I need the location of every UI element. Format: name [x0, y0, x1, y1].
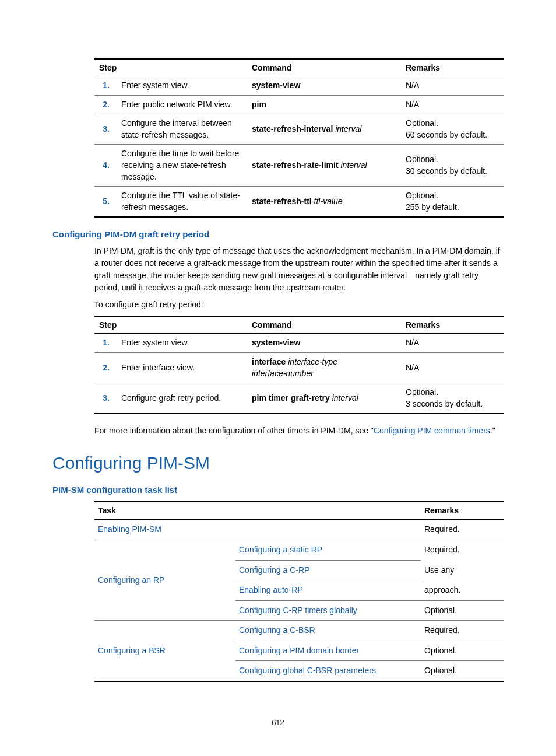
state-refresh-table: Step Command Remarks 1. Enter system vie… [94, 58, 504, 218]
configuring-c-rp-link[interactable]: Configuring a C-RP [239, 565, 309, 575]
table-row: 3. Configure the interval between state-… [94, 114, 504, 145]
table-row: 4. Configure the time to wait before rec… [94, 145, 504, 187]
configuring-global-c-bsr-link[interactable]: Configuring global C-BSR parameters [239, 666, 376, 675]
enabling-auto-rp-link[interactable]: Enabling auto-RP [239, 585, 303, 594]
common-timers-link[interactable]: Configuring PIM common timers [374, 426, 490, 435]
page-number: 612 [0, 718, 556, 727]
table-row: 5. Configure the TTL value of state-refr… [94, 187, 504, 218]
configuring-pim-domain-border-link[interactable]: Configuring a PIM domain border [239, 646, 359, 655]
enabling-pim-sm-link[interactable]: Enabling PIM-SM [98, 524, 161, 534]
configuring-c-rp-timers-link[interactable]: Configuring C-RP timers globally [239, 606, 357, 615]
table2-container: Step Command Remarks 1. Enter system vie… [94, 316, 504, 414]
table-row: Configuring an RP Configuring a static R… [94, 540, 504, 560]
col-task: Task [94, 501, 421, 520]
table3-container: Task Remarks Enabling PIM-SM Required. C… [94, 501, 504, 682]
col-step: Step [94, 59, 247, 76]
configuring-an-rp-link[interactable]: Configuring an RP [98, 575, 164, 584]
task-list-table: Task Remarks Enabling PIM-SM Required. C… [94, 501, 504, 682]
col-remarks: Remarks [401, 59, 504, 76]
col-command: Command [247, 316, 401, 334]
table-row: 3. Configure graft retry period. pim tim… [94, 383, 504, 414]
configuring-pim-sm-heading: Configuring PIM-SM [52, 453, 504, 473]
col-remarks: Remarks [401, 316, 504, 334]
table1-container: Step Command Remarks 1. Enter system vie… [94, 58, 504, 218]
configuring-a-bsr-link[interactable]: Configuring a BSR [98, 646, 166, 655]
col-command: Command [247, 59, 401, 76]
more-info-paragraph: For more information about the configura… [94, 425, 504, 437]
table-row: 1. Enter system view. system-view N/A [94, 334, 504, 353]
graft-retry-desc: In PIM-DM, graft is the only type of mes… [94, 245, 504, 294]
table-row: Enabling PIM-SM Required. [94, 520, 504, 540]
configuring-static-rp-link[interactable]: Configuring a static RP [239, 545, 322, 554]
task-list-heading: PIM-SM configuration task list [52, 485, 504, 495]
graft-retry-heading: Configuring PIM-DM graft retry period [52, 229, 504, 239]
table-row: 1. Enter system view. system-view N/A [94, 76, 504, 96]
table-row: 2. Enter interface view. interface inter… [94, 352, 504, 383]
graft-retry-table: Step Command Remarks 1. Enter system vie… [94, 316, 504, 414]
graft-retry-intro: To configure graft retry period: [94, 299, 504, 311]
col-step: Step [94, 316, 247, 334]
table-row: Configuring a BSR Configuring a C-BSR Re… [94, 621, 504, 641]
table-row: 2. Enter public network PIM view. pim N/… [94, 95, 504, 114]
configuring-c-bsr-link[interactable]: Configuring a C-BSR [239, 625, 315, 635]
document-page: Step Command Remarks 1. Enter system vie… [0, 0, 556, 756]
col-remarks: Remarks [421, 501, 504, 520]
